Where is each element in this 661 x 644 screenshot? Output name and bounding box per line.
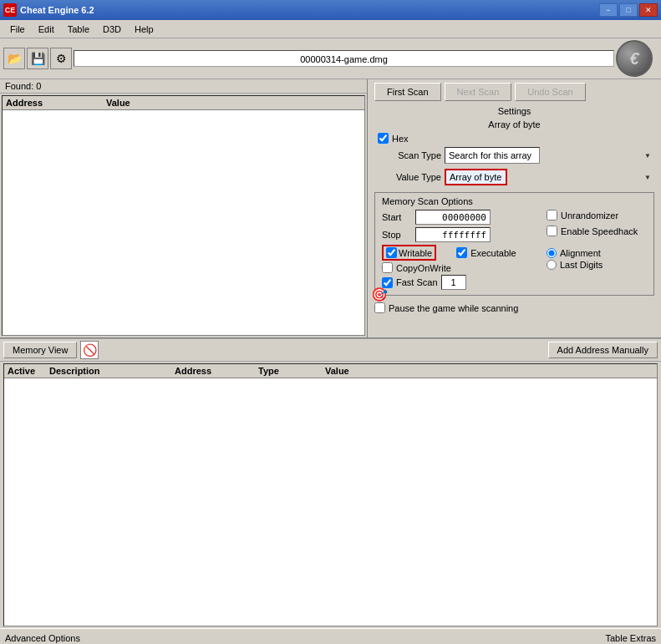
start-label: Start [382,212,412,222]
col-value-header: Value [325,366,653,376]
scan-type-label: Scan Type [374,150,441,160]
menu-d3d[interactable]: D3D [96,23,128,36]
toolbar: 📂 💾 ⚙ 00000314-game.dmg € [0,38,661,79]
col-type-header: Type [258,366,325,376]
unrandomizer-row: Unrandomizer [547,210,647,221]
alignment-label: Alignment [560,248,601,258]
col-active-header: Active [8,366,49,376]
scan-type-row: Scan Type Search for this array Exact Va… [374,147,654,164]
last-digits-label: Last Digits [560,260,603,270]
col-address-header: Address [175,366,258,376]
undo-scan-button[interactable]: Undo Scan [515,83,585,101]
value-type-label: Value Type [374,172,441,182]
found-count: Found: 0 [5,81,41,91]
memory-view-button[interactable]: Memory View [3,342,77,358]
col-description-header: Description [49,366,175,376]
ce-logo: € [616,40,653,77]
aob-label: Array of byte [374,119,654,129]
menu-edit[interactable]: Edit [32,23,61,36]
speedhack-label: Enable Speedhack [561,226,638,236]
pointer-icon: 🎯 [371,287,388,302]
window-title: Cheat Engine 6.2 [20,5,94,15]
fast-scan-value-input[interactable] [441,275,466,290]
stop-scan-button[interactable]: 🚫 [80,341,99,359]
scan-buttons: First Scan Next Scan Undo Scan [374,83,654,101]
scan-type-select-wrapper[interactable]: Search for this array Exact Value Bigger… [445,147,654,164]
stop-input[interactable] [415,227,491,242]
hex-row: Hex [374,133,654,144]
settings-label: Settings [374,106,654,116]
pause-game-row: Pause the game while scanning [374,302,654,313]
window-controls[interactable]: − □ ✕ [599,3,658,17]
address-list[interactable]: Address Value [2,95,365,336]
unrandomizer-label: Unrandomizer [561,210,618,221]
address-table-container[interactable]: Active Description Address Type Value [3,363,658,626]
writable-label-box: Writable [382,245,436,261]
menu-bar: File Edit Table D3D Help [0,20,661,38]
executable-label: Executable [470,248,516,258]
value-type-select[interactable]: Array of byte Byte 2 Bytes 4 Bytes 8 Byt… [445,169,507,185]
start-input[interactable] [415,210,491,225]
scan-options-right: Unrandomizer Enable Speedhack Alignment [547,210,647,292]
speedhack-checkbox[interactable] [547,226,557,236]
scan-type-select[interactable]: Search for this array Exact Value Bigger… [445,147,540,164]
left-panel: Found: 0 Address Value [0,79,368,337]
status-bar: Advanced Options Table Extras [0,628,661,644]
value-col-header: Value [106,98,361,108]
fast-scan-label: Fast Scan [396,277,438,287]
value-type-row: Value Type Array of byte Byte 2 Bytes 4 … [374,169,654,185]
copyonwrite-label: CopyOnWrite [396,263,451,273]
bottom-left: Memory View 🚫 [3,341,99,359]
copyonwrite-row: CopyOnWrite [382,262,540,273]
executable-checkbox[interactable] [456,247,467,258]
address-col-header: Address [6,98,106,108]
writable-label: Writable [399,248,432,258]
address-list-header: Address Value [3,96,364,110]
hex-checkbox[interactable] [378,133,389,144]
first-scan-button[interactable]: First Scan [374,83,441,101]
process-title: 00000314-game.dmg [74,50,614,67]
writable-executable-row: Writable Executable [382,245,540,261]
scan-options-left: Start Stop Writable [382,210,540,292]
scan-panel: First Scan Next Scan Undo Scan Settings … [368,79,661,337]
status-right[interactable]: Table Extras [605,633,656,643]
start-row: Start [382,210,540,225]
last-digits-radio[interactable] [547,260,557,270]
alignment-radio[interactable] [547,248,557,258]
bottom-action-bar: Memory View 🚫 Add Address Manually [0,338,661,362]
app-icon: CE [3,3,17,17]
memory-scan-options-group: Memory Scan Options Start Stop [374,192,654,296]
hex-label: Hex [392,134,409,144]
stop-label: Stop [382,230,412,240]
address-table-header: Active Description Address Type Value [4,364,657,378]
add-address-button[interactable]: Add Address Manually [548,342,658,358]
found-bar: Found: 0 [0,79,367,94]
toolbar-open-btn[interactable]: 📂 [3,48,25,69]
copyonwrite-checkbox[interactable] [382,262,393,273]
close-button[interactable]: ✕ [639,3,658,17]
pause-game-checkbox[interactable] [374,302,385,313]
last-digits-row: Last Digits [547,260,647,270]
maximize-button[interactable]: □ [619,3,638,17]
writable-checkbox[interactable] [386,247,397,258]
menu-table[interactable]: Table [61,23,96,36]
title-bar: CE Cheat Engine 6.2 − □ ✕ [0,0,661,20]
title-bar-left: CE Cheat Engine 6.2 [3,3,94,17]
menu-help[interactable]: Help [128,23,160,36]
toolbar-save-btn[interactable]: 💾 [27,48,48,69]
memory-scan-options-legend: Memory Scan Options [382,196,647,206]
next-scan-button[interactable]: Next Scan [445,83,512,101]
minimize-button[interactable]: − [599,3,618,17]
menu-file[interactable]: File [3,23,32,36]
alignment-group: Alignment Last Digits [547,248,647,270]
value-type-select-wrapper[interactable]: Array of byte Byte 2 Bytes 4 Bytes 8 Byt… [445,169,654,185]
speedhack-row: Enable Speedhack [547,226,647,236]
pause-game-label: Pause the game while scanning [389,303,518,313]
alignment-row: Alignment [547,248,647,258]
stop-row: Stop [382,227,540,242]
unrandomizer-checkbox[interactable] [547,210,557,221]
fast-scan-row: Fast Scan [382,275,540,290]
status-left[interactable]: Advanced Options [5,633,80,643]
toolbar-settings-btn[interactable]: ⚙ [50,48,72,69]
